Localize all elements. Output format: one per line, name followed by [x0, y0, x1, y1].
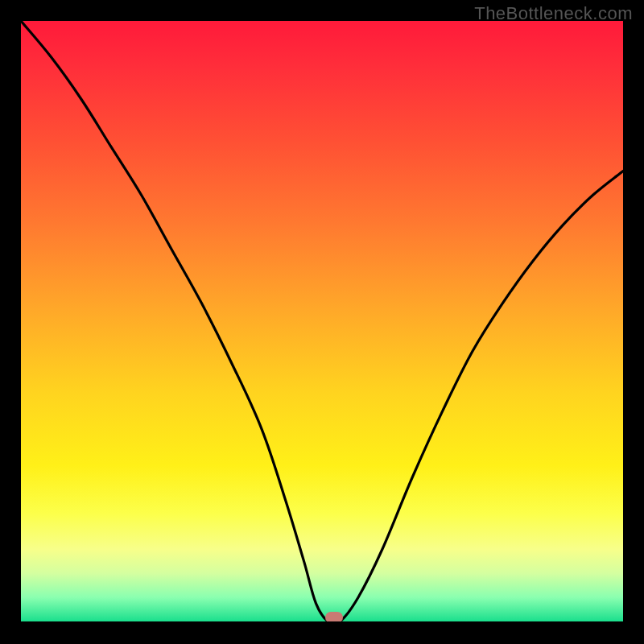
optimal-point-marker — [325, 612, 343, 621]
chart-frame: TheBottleneck.com — [0, 0, 644, 644]
watermark-text: TheBottleneck.com — [474, 3, 633, 24]
bottleneck-curve — [21, 21, 623, 621]
curve-svg — [21, 21, 623, 621]
plot-area — [21, 21, 623, 621]
